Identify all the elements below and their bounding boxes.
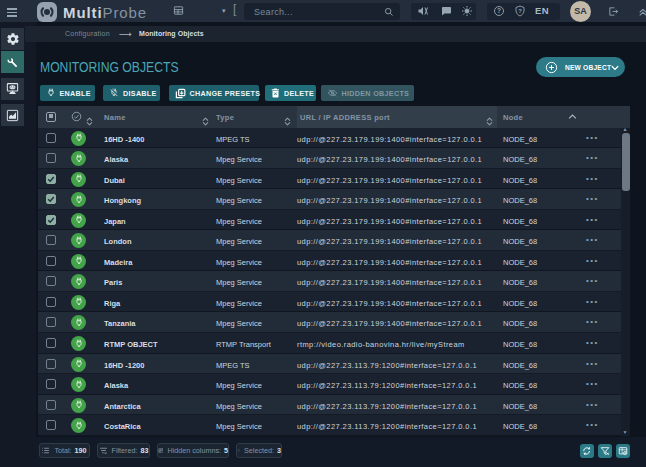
svg-text:?: ? [497, 7, 501, 14]
svg-text:?: ? [518, 8, 522, 14]
